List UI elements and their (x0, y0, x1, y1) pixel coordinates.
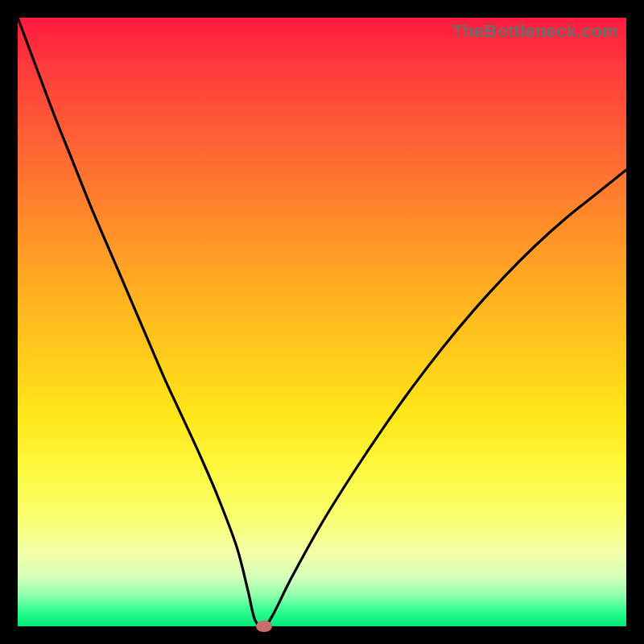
bottleneck-curve-path (18, 18, 626, 626)
plot-area: TheBottleneck.com (18, 18, 626, 626)
minimum-marker (256, 621, 272, 632)
curve-svg (18, 18, 626, 626)
chart-frame: TheBottleneck.com (0, 0, 644, 644)
